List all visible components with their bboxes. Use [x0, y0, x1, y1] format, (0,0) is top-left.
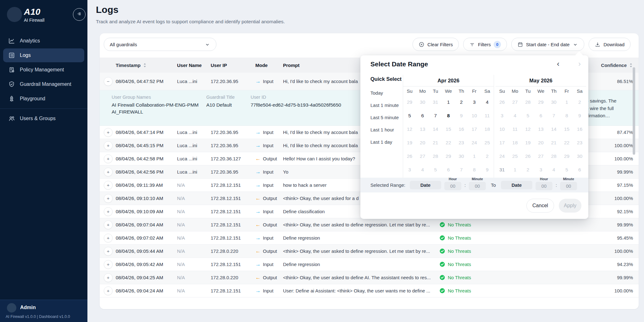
expand-row-button[interactable]: +	[104, 181, 113, 190]
user-name-cell: Luca ...ini	[177, 143, 211, 148]
expander-cell: +	[104, 234, 116, 242]
sidebar-divider	[0, 108, 87, 109]
download-button[interactable]: Download	[589, 38, 630, 51]
confidence-cell: 95.45%	[589, 235, 633, 241]
sort-icon[interactable]	[143, 63, 147, 68]
calendar-next-button[interactable]: ›	[575, 59, 584, 69]
calendar-day[interactable]: 2	[455, 95, 468, 109]
calendar-day: 12	[403, 122, 416, 136]
log-row[interactable]: +08/04/26, 09:07:04 AMN/A172.28.12.151←O…	[100, 218, 639, 231]
log-row[interactable]: +08/04/26, 09:05:44 AMN/A172.28.0.220←Ou…	[100, 245, 639, 258]
log-row[interactable]: +08/04/26, 09:07:02 AMN/A172.28.12.151→I…	[100, 231, 639, 245]
start-hour-input[interactable]: 00	[444, 182, 461, 190]
confidence-cell: 87.47%	[589, 130, 633, 135]
calendar-prev-button[interactable]: ‹	[553, 59, 563, 69]
expand-row-button[interactable]: +	[104, 141, 113, 150]
sidebar-item-playground[interactable]: Playground	[3, 92, 84, 106]
quick-select-last-1-minute[interactable]: Last 1 minute	[370, 99, 399, 111]
expand-row-button[interactable]: +	[104, 260, 113, 269]
mode-cell: →Input	[255, 208, 283, 215]
calendar-day[interactable]: 8	[442, 109, 455, 122]
expand-row-button[interactable]: +	[104, 128, 113, 137]
quick-select-last-1-day[interactable]: Last 1 day	[370, 136, 399, 148]
calendar-day: 1	[508, 163, 521, 176]
log-row[interactable]: +08/04/26, 09:04:25 AMN/A172.28.0.220←Ou…	[100, 271, 639, 284]
status-badge: No Threats	[448, 235, 471, 241]
detail-field-label: User ID	[251, 95, 341, 100]
start-date-field[interactable]: Date	[410, 181, 441, 189]
shield-icon	[8, 81, 15, 88]
log-row[interactable]: +08/04/26, 09:05:42 AMN/A172.28.12.151→I…	[100, 258, 639, 271]
expand-row-button[interactable]: +	[104, 168, 113, 176]
expand-row-button[interactable]: +	[104, 207, 113, 216]
log-row[interactable]: +08/04/26, 09:04:24 AMN/A172.28.12.151→I…	[100, 284, 639, 297]
check-circle-icon	[439, 235, 445, 241]
quick-select-last-1-hour[interactable]: Last 1 hour	[370, 124, 399, 136]
expand-row-button[interactable]: +	[104, 194, 113, 203]
apply-button[interactable]: Apply	[559, 199, 581, 213]
modal-divider	[494, 75, 494, 178]
column-header-time[interactable]: Timestamp	[116, 63, 177, 68]
column-header-conf[interactable]: Confidence	[589, 63, 633, 68]
user-avatar	[7, 303, 16, 313]
prompt-cell: User: Define ai Assistant: <think> Okay,…	[283, 288, 439, 293]
calendar-day: 16	[455, 122, 468, 136]
expander-cell: +	[104, 194, 116, 203]
sidebar-collapse-button[interactable]	[73, 8, 86, 21]
calendar-day[interactable]: 6	[416, 109, 429, 122]
chevron-down-icon	[572, 42, 578, 47]
selected-range-strip: Selected Range: Date Hour 00 : Minute 00…	[360, 178, 588, 192]
filters-button[interactable]: Filters 0	[463, 38, 507, 51]
calendar-day[interactable]: 7	[429, 109, 442, 122]
quick-select-today[interactable]: Today	[370, 87, 399, 99]
sidebar-footer: Admin AI Firewall v1.0.0 | Dashboard v1.…	[0, 300, 87, 322]
quick-select-last-5-minute[interactable]: Last 5 minute	[370, 111, 399, 124]
mode-cell: ←Output	[255, 275, 283, 281]
end-hour-input[interactable]: 00	[536, 182, 552, 190]
user-ip-cell: 172.20.36.127	[211, 156, 255, 161]
sidebar-item-logs[interactable]: Logs	[3, 48, 84, 62]
calendar-day[interactable]: 5	[403, 109, 416, 122]
time-separator: :	[556, 182, 557, 188]
expand-row-button[interactable]: +	[104, 154, 113, 163]
weekday-label: Th	[455, 86, 468, 95]
expander-cell: +	[104, 247, 116, 256]
expand-row-button[interactable]: +	[104, 247, 113, 256]
calendar-day[interactable]: 4	[481, 95, 494, 109]
calendar-day: 1	[560, 95, 573, 109]
sidebar-item-policy-management[interactable]: Policy Management	[3, 63, 84, 77]
clear-filters-button[interactable]: Clear Filters	[413, 38, 459, 51]
timestamp-cell: 08/04/26, 09:05:42 AM	[116, 262, 177, 267]
start-minute-input[interactable]: 00	[469, 182, 486, 190]
user-name-cell: N/A	[177, 209, 211, 214]
weekday-label: We	[534, 86, 547, 95]
calendar-day: 19	[403, 136, 416, 149]
date-range-button[interactable]: Start date - End date	[511, 38, 584, 51]
sidebar-item-users-groups[interactable]: Users & Groups	[3, 112, 84, 125]
calendar-day: 28	[521, 95, 534, 109]
user-ip-cell: 172.28.12.151	[211, 288, 255, 293]
expand-row-button[interactable]: +	[104, 286, 113, 295]
user-ip-cell: 172.28.12.151	[211, 262, 255, 267]
hour-label: Hour	[540, 177, 548, 181]
expand-row-button[interactable]: +	[104, 273, 113, 282]
cancel-button[interactable]: Cancel	[526, 199, 554, 213]
sidebar-item-guardrail-management[interactable]: Guardrail Management	[3, 77, 84, 91]
guardrail-select[interactable]: All guardrails	[104, 38, 216, 51]
status-cell: No Threats	[439, 222, 589, 228]
calendar-day[interactable]: 1	[442, 95, 455, 109]
mode-cell: ←Output	[255, 195, 283, 202]
timestamp-cell: 08/04/26, 04:45:15 PM	[116, 143, 177, 148]
collapse-row-button[interactable]: −	[104, 77, 113, 86]
sidebar-item-analytics[interactable]: Analytics	[3, 34, 84, 48]
table-scrollbar[interactable]	[633, 67, 635, 155]
end-minute-input[interactable]: 00	[560, 182, 577, 190]
confidence-cell: 99.99%	[589, 275, 633, 280]
status-cell: No Threats	[439, 275, 589, 280]
end-date-field[interactable]: Date	[501, 181, 532, 189]
expand-row-button[interactable]: +	[104, 234, 113, 242]
expand-row-button[interactable]: +	[104, 220, 113, 229]
sort-icon[interactable]	[629, 63, 633, 68]
calendar-day[interactable]: 3	[468, 95, 481, 109]
detail-field-label: User Group Names	[112, 95, 198, 100]
